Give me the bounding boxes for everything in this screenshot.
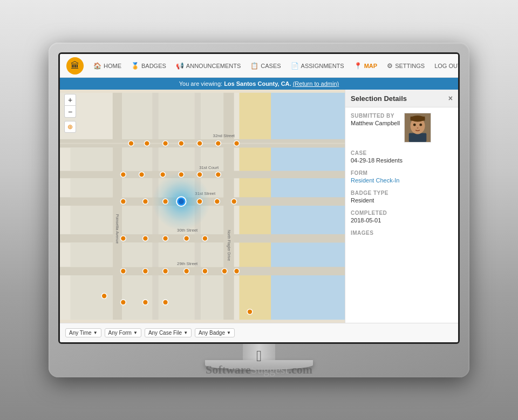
svg-point-52 <box>139 172 145 177</box>
badge-filter-label: Any Badge <box>199 330 225 336</box>
svg-point-67 <box>163 236 168 241</box>
svg-rect-23 <box>71 178 113 197</box>
svg-point-89 <box>417 127 419 128</box>
svg-point-49 <box>215 141 221 146</box>
avatar <box>404 113 431 143</box>
time-filter[interactable]: Any Time ▼ <box>65 328 101 337</box>
svg-rect-31 <box>71 242 113 267</box>
zoom-in-button[interactable]: + <box>64 94 76 106</box>
svg-rect-17 <box>159 147 194 171</box>
form-label: FORM <box>351 170 453 176</box>
svg-text:29th Street: 29th Street <box>177 261 198 266</box>
map-label: MAP <box>364 63 377 69</box>
svg-rect-19 <box>71 147 113 171</box>
svg-point-56 <box>215 172 221 177</box>
nav-logout[interactable]: LOG OUT <box>430 59 458 72</box>
return-to-admin-link[interactable]: (Return to admin) <box>293 80 339 87</box>
svg-rect-2 <box>239 93 271 320</box>
filter-bar: Any Time ▼ Any Form ▼ Any Case File ▼ An… <box>60 323 458 342</box>
announcement-prefix: You are viewing: <box>179 80 224 87</box>
svg-point-71 <box>143 268 148 274</box>
svg-rect-14 <box>159 93 194 139</box>
case-filter-label: Any Case File <box>148 330 182 336</box>
svg-point-54 <box>179 172 184 177</box>
svg-rect-20 <box>122 178 152 197</box>
nav-cases[interactable]: 📋 CASES <box>246 59 285 73</box>
badge-filter[interactable]: Any Badge ▼ <box>195 328 235 337</box>
assignments-label: ASSIGNMENTS <box>301 63 344 69</box>
svg-rect-4 <box>223 93 234 320</box>
badge-type-value: Resident <box>351 197 453 204</box>
svg-point-69 <box>202 236 208 241</box>
svg-point-53 <box>160 172 166 177</box>
case-label: CASE <box>351 150 453 156</box>
svg-point-61 <box>179 199 184 204</box>
svg-point-87 <box>413 124 416 126</box>
nav-badges[interactable]: 🏅 BADGES <box>127 59 171 73</box>
svg-point-73 <box>184 268 189 274</box>
svg-text:Poinsettia Avenue: Poinsettia Avenue <box>115 214 119 244</box>
svg-point-45 <box>144 141 149 146</box>
svg-text:31st Court: 31st Court <box>199 165 219 170</box>
nav-map[interactable]: 📍 MAP <box>350 59 381 73</box>
badges-label: BADGES <box>141 63 166 69</box>
locate-button[interactable]: ⊕ <box>64 121 76 133</box>
case-value: 04-29-18 Residents <box>351 157 453 164</box>
monitor-shell: 🏛 🏠 HOME 🏅 BADGES 📢 ANNOUNCEMENTS <box>49 43 469 377</box>
cases-icon: 📋 <box>250 62 258 70</box>
submitted-by-row: SUBMITTED BY Matthew Campbell <box>351 113 453 143</box>
cases-label: CASES <box>261 63 281 69</box>
form-section: FORM Resident Check-In <box>351 170 453 184</box>
nav-home[interactable]: 🏠 HOME <box>89 59 126 73</box>
zoom-out-button[interactable]: − <box>64 106 76 118</box>
nav-settings[interactable]: ⚙ SETTINGS <box>383 59 429 73</box>
svg-rect-16 <box>122 147 152 171</box>
form-filter[interactable]: Any Form ▼ <box>105 328 141 337</box>
svg-point-75 <box>222 268 227 274</box>
svg-text:32nd Street: 32nd Street <box>213 133 235 138</box>
selection-panel-header: Selection Details × <box>345 90 458 107</box>
svg-point-64 <box>231 199 237 204</box>
main-content: 32nd Street 31st Court 31st Street 30th … <box>60 90 458 323</box>
apple-logo:  <box>256 348 262 365</box>
svg-point-63 <box>214 199 220 204</box>
nav-announcements[interactable]: 📢 ANNOUNCEMENTS <box>172 59 245 73</box>
svg-point-48 <box>197 141 202 146</box>
badges-icon: 🏅 <box>131 62 139 70</box>
svg-point-59 <box>163 199 168 204</box>
logo-icon: 🏛 <box>71 61 79 71</box>
svg-rect-30 <box>201 242 223 267</box>
svg-point-72 <box>163 268 168 274</box>
announcements-label: ANNOUNCEMENTS <box>186 63 241 69</box>
nav-logo[interactable]: 🏛 <box>66 57 84 74</box>
svg-point-68 <box>184 236 189 241</box>
badge-type-label: BADGE TYPE <box>351 190 453 196</box>
svg-rect-13 <box>122 93 152 139</box>
selection-panel-title: Selection Details <box>351 94 407 103</box>
completed-value: 2018-05-01 <box>351 217 453 223</box>
images-label: IMAGES <box>351 230 453 236</box>
settings-icon: ⚙ <box>387 62 393 70</box>
svg-rect-27 <box>71 206 113 234</box>
close-panel-button[interactable]: × <box>448 94 453 103</box>
map-area[interactable]: 32nd Street 31st Court 31st Street 30th … <box>60 90 345 323</box>
svg-point-78 <box>120 300 126 305</box>
nav-assignments[interactable]: 📄 ASSIGNMENTS <box>287 59 349 73</box>
svg-rect-34 <box>201 275 223 320</box>
map-icon: 📍 <box>354 62 362 70</box>
svg-point-46 <box>163 141 168 146</box>
form-filter-label: Any Form <box>108 330 132 336</box>
svg-point-62 <box>197 199 202 204</box>
svg-point-88 <box>419 124 422 126</box>
home-label: HOME <box>104 63 121 69</box>
completed-label: COMPLETED <box>351 210 453 216</box>
case-section: CASE 04-29-18 Residents <box>351 150 453 164</box>
svg-rect-3 <box>113 93 122 320</box>
svg-point-65 <box>120 236 126 241</box>
screen-bezel: 🏛 🏠 HOME 🏅 BADGES 📢 ANNOUNCEMENTS <box>58 52 460 344</box>
svg-point-76 <box>234 268 240 274</box>
logout-label: LOG OUT <box>434 63 458 69</box>
time-filter-arrow: ▼ <box>93 330 98 335</box>
form-link[interactable]: Resident Check-In <box>351 177 400 184</box>
case-filter[interactable]: Any Case File ▼ <box>145 328 192 337</box>
